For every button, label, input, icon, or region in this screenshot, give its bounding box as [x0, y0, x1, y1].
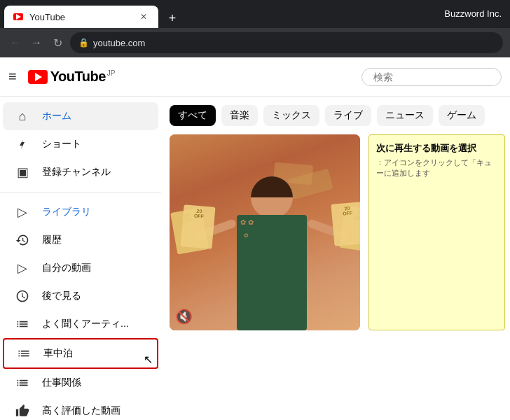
- library-icon: ▷: [14, 204, 31, 220]
- youtube-logo-icon: [28, 70, 48, 84]
- main-video[interactable]: ✿ ✿ ✿ 20OFF 20OFF: [170, 134, 360, 330]
- sidebar-item-car-camping[interactable]: 車中泊 ↖: [3, 338, 158, 369]
- filter-chip-mix[interactable]: ミックス: [263, 105, 319, 126]
- home-icon: ⌂: [14, 108, 31, 125]
- history-icon: [14, 232, 31, 248]
- main-layout: ⌂ ホーム ショート ▣ 登録チャンネル ▷ ライブラリ: [0, 97, 510, 420]
- youtube-logo[interactable]: YouTube JP: [28, 69, 116, 85]
- mute-icon[interactable]: 🔇: [175, 308, 193, 325]
- filter-chips: すべて 音楽 ミックス ライブ ニュース ゲーム: [161, 97, 510, 134]
- new-tab-button[interactable]: +: [163, 8, 182, 28]
- youtube-header: ≡ YouTube JP: [0, 57, 510, 97]
- car-camping-icon: [15, 345, 32, 362]
- video-grid: ✿ ✿ ✿ 20OFF 20OFF: [161, 134, 510, 339]
- address-bar-row: ← → ↻ 🔒 youtube.com: [0, 28, 510, 57]
- watch-later-icon: [14, 288, 31, 304]
- sidebar-label-liked-videos: 高く評価した動画: [42, 405, 120, 417]
- sidebar-label-home: ホーム: [42, 110, 71, 122]
- liked-videos-icon: [14, 402, 31, 419]
- sidebar-item-shorts[interactable]: ショート: [3, 130, 158, 158]
- sidebar-divider-1: [0, 192, 161, 192]
- browser-chrome: YouTube ✕ + Buzzword Inc. ← → ↻ 🔒 youtub…: [0, 0, 510, 57]
- menu-icon[interactable]: ≡: [8, 69, 17, 85]
- sidebar-label-subscriptions: 登録チャンネル: [42, 166, 111, 178]
- lock-icon: 🔒: [78, 38, 89, 48]
- sidebar-label-liked-playlist: よく聞くアーティ...: [42, 318, 129, 330]
- work-icon: [14, 374, 31, 391]
- my-videos-icon: ▷: [14, 260, 31, 276]
- refresh-button[interactable]: ↻: [49, 36, 66, 50]
- sidebar-label-car-camping: 車中泊: [43, 347, 73, 360]
- search-input[interactable]: [361, 68, 502, 86]
- sidebar-item-library[interactable]: ▷ ライブラリ: [3, 198, 158, 226]
- filter-chip-music[interactable]: 音楽: [221, 105, 258, 126]
- sidebar-item-liked-videos[interactable]: 高く評価した動画: [3, 397, 158, 420]
- sidebar-item-liked-playlist[interactable]: よく聞くアーティ...: [3, 310, 158, 338]
- sidebar-item-subscriptions[interactable]: ▣ 登録チャンネル: [3, 158, 158, 186]
- filter-chip-gaming[interactable]: ゲーム: [439, 105, 485, 126]
- main-video-thumbnail: ✿ ✿ ✿ 20OFF 20OFF: [170, 134, 360, 330]
- filter-chip-news[interactable]: ニュース: [377, 105, 433, 126]
- filter-chip-live[interactable]: ライブ: [325, 105, 371, 126]
- shorts-icon: [14, 136, 31, 153]
- sidebar-item-home[interactable]: ⌂ ホーム: [3, 102, 158, 130]
- content-area: すべて 音楽 ミックス ライブ ニュース ゲーム: [161, 97, 510, 420]
- sidebar-item-watch-later[interactable]: 後で見る: [3, 282, 158, 310]
- url-text: youtube.com: [93, 38, 145, 48]
- subscriptions-icon: ▣: [14, 164, 31, 181]
- tab-bar: YouTube ✕ + Buzzword Inc.: [0, 0, 510, 28]
- sidebar-item-history[interactable]: 履歴: [3, 226, 158, 254]
- liked-playlist-icon: [14, 316, 31, 332]
- sidebar: ⌂ ホーム ショート ▣ 登録チャンネル ▷ ライブラリ: [0, 97, 161, 420]
- buzzword-label: Buzzword Inc.: [444, 8, 502, 24]
- tab-favicon: [13, 11, 24, 22]
- next-video-popup-body: ：アイコンをクリックして「キューに追加します: [376, 158, 497, 178]
- address-bar[interactable]: 🔒 youtube.com: [70, 32, 503, 53]
- sidebar-label-library: ライブラリ: [42, 206, 91, 218]
- side-videos: 改造エブリィ 車中泊 ▷ 次に再生する動画を選択 ：アイコンをクリックして「キュ…: [368, 134, 502, 330]
- sidebar-label-shorts: ショート: [42, 138, 81, 150]
- back-button[interactable]: ←: [7, 36, 24, 49]
- sidebar-label-watch-later: 後で見る: [42, 290, 81, 302]
- sidebar-label-history: 履歴: [42, 234, 62, 246]
- tab-title: YouTube: [29, 12, 132, 22]
- sidebar-label-my-videos: 自分の動画: [42, 262, 91, 274]
- sidebar-item-my-videos[interactable]: ▷ 自分の動画: [3, 254, 158, 282]
- tab-close-button[interactable]: ✕: [137, 10, 150, 23]
- next-video-popup: 次に再生する動画を選択 ：アイコンをクリックして「キューに追加します: [368, 134, 505, 330]
- youtube-logo-jp: JP: [107, 69, 116, 77]
- cursor-pointer-icon: ↖: [144, 353, 153, 366]
- youtube-logo-text: YouTube: [50, 69, 106, 85]
- sidebar-label-work: 仕事関係: [42, 377, 81, 389]
- sidebar-item-work[interactable]: 仕事関係: [3, 369, 158, 397]
- page-content: ≡ YouTube JP ⌂ ホーム ショート: [0, 57, 510, 420]
- active-tab[interactable]: YouTube ✕: [4, 6, 158, 28]
- filter-chip-all[interactable]: すべて: [170, 105, 216, 126]
- forward-button[interactable]: →: [28, 36, 45, 49]
- next-video-popup-title: 次に再生する動画を選択: [376, 142, 497, 155]
